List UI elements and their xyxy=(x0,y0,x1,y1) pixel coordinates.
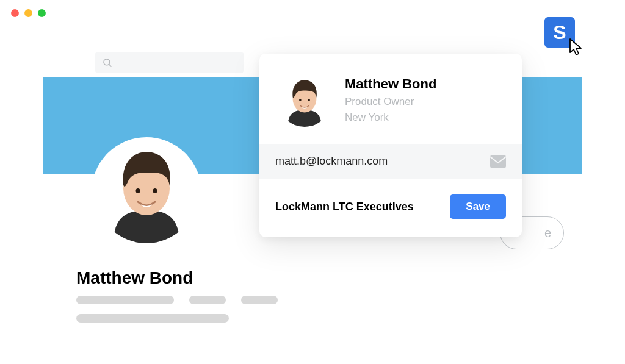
profile-subtext-placeholder-row xyxy=(76,314,229,323)
cursor-pointer-icon xyxy=(568,38,588,59)
popup-list-row: LockMann LTC Executives Save xyxy=(259,179,522,237)
person-illustration-icon xyxy=(95,138,198,243)
popup-avatar xyxy=(278,73,331,127)
popup-email-row[interactable]: matt.b@lockmann.com xyxy=(259,144,522,179)
svg-point-4 xyxy=(136,188,140,193)
svg-point-5 xyxy=(153,188,157,193)
placeholder-bar xyxy=(189,296,226,304)
extension-letter-icon: S xyxy=(553,21,566,44)
profile-name: Matthew Bond xyxy=(76,268,193,288)
placeholder-bar xyxy=(76,296,174,304)
placeholder-bar xyxy=(76,314,229,323)
popup-contact-name: Matthew Bond xyxy=(345,76,436,92)
profile-subtext-placeholder-row xyxy=(76,296,278,304)
traffic-close-icon[interactable] xyxy=(11,9,19,17)
svg-point-10 xyxy=(308,99,310,101)
extension-popup: Matthew Bond Product Owner New York matt… xyxy=(259,54,522,237)
svg-rect-11 xyxy=(490,155,506,168)
save-button[interactable]: Save xyxy=(450,194,506,219)
svg-marker-6 xyxy=(570,39,581,55)
person-illustration-icon xyxy=(278,73,331,127)
popup-contact-title: Product Owner xyxy=(345,96,436,108)
search-input[interactable] xyxy=(95,52,244,73)
avatar xyxy=(92,137,201,247)
popup-list-name: LockMann LTC Executives xyxy=(275,201,414,213)
popup-contact-location: New York xyxy=(345,112,436,124)
window-traffic-lights xyxy=(11,9,46,17)
svg-line-1 xyxy=(109,64,111,66)
search-icon xyxy=(102,57,113,68)
svg-point-9 xyxy=(299,99,302,101)
secondary-action-label-fragment: e xyxy=(544,226,551,240)
popup-header: Matthew Bond Product Owner New York xyxy=(259,54,522,144)
traffic-zoom-icon[interactable] xyxy=(38,9,46,17)
mail-icon xyxy=(490,155,506,168)
placeholder-bar xyxy=(241,296,278,304)
traffic-minimize-icon[interactable] xyxy=(24,9,32,17)
popup-email-value: matt.b@lockmann.com xyxy=(275,155,388,168)
